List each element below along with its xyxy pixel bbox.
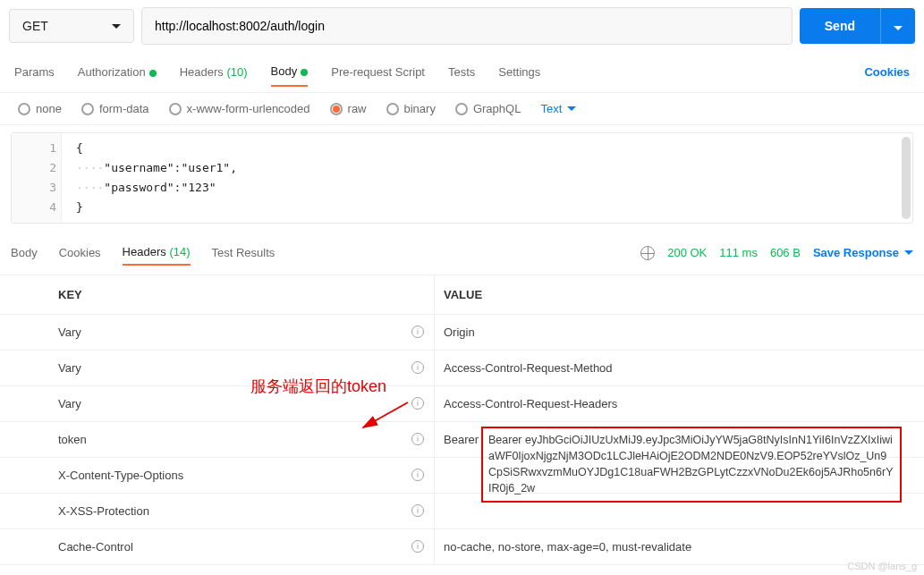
body-type-none[interactable]: none	[18, 102, 62, 115]
http-method-value: GET	[22, 19, 48, 33]
radio-icon	[169, 103, 182, 115]
header-key: X-XSS-Protection	[0, 494, 434, 528]
status-dot-icon	[301, 69, 308, 76]
resp-tab-headers[interactable]: Headers (14)	[123, 240, 191, 266]
col-key: KEY	[0, 275, 434, 314]
resp-tab-body[interactable]: Body	[11, 241, 38, 265]
response-time: 111 ms	[719, 246, 758, 259]
chevron-down-icon	[112, 24, 121, 29]
tab-params[interactable]: Params	[14, 58, 55, 86]
send-dropdown-button[interactable]	[880, 8, 915, 44]
body-editor[interactable]: 1{2····"username":"user1",3····"password…	[11, 132, 913, 224]
cookies-link[interactable]: Cookies	[864, 65, 910, 79]
radio-icon	[18, 103, 30, 115]
header-key: X-Content-Type-Options	[0, 458, 434, 493]
col-value: VALUE	[434, 275, 924, 314]
radio-icon	[386, 103, 399, 115]
tab-tests[interactable]: Tests	[448, 58, 475, 86]
tab-headers[interactable]: Headers (10)	[180, 58, 248, 86]
body-type-xform[interactable]: x-www-form-urlencoded	[169, 102, 310, 115]
watermark: CSDN @lans_g	[847, 561, 917, 565]
response-size: 606 B	[770, 246, 801, 259]
headers-table-head: KEY VALUE	[0, 275, 924, 315]
token-highlight-box: Bearer eyJhbGciOiJIUzUxMiJ9.eyJpc3MiOiJy…	[481, 427, 902, 503]
table-row: VaryiOrigin	[0, 315, 924, 351]
resp-tab-cookies[interactable]: Cookies	[59, 241, 101, 265]
body-type-raw[interactable]: raw	[330, 102, 367, 115]
chevron-down-icon	[904, 250, 913, 255]
tab-prerequest[interactable]: Pre-request Script	[331, 58, 425, 86]
info-icon[interactable]: i	[411, 504, 424, 517]
body-type-formdata[interactable]: form-data	[81, 102, 149, 115]
radio-icon	[330, 103, 343, 115]
body-type-binary[interactable]: binary	[386, 102, 436, 115]
header-key: Vary	[0, 315, 434, 350]
chevron-down-icon	[894, 26, 903, 30]
resp-tab-testresults[interactable]: Test Results	[212, 241, 276, 265]
header-value: iOrigin	[434, 315, 924, 350]
info-icon[interactable]: i	[411, 540, 424, 553]
table-row: Cache-Controlino-cache, no-store, max-ag…	[0, 529, 924, 565]
header-value: iAccess-Control-Request-Headers	[434, 386, 924, 421]
header-key: Cache-Control	[0, 529, 434, 564]
body-mode-select[interactable]: Text	[540, 102, 576, 115]
scrollbar[interactable]	[902, 137, 911, 219]
table-row: VaryiAccess-Control-Request-Method	[0, 351, 924, 386]
header-key: token	[0, 422, 434, 457]
globe-icon[interactable]	[640, 246, 655, 260]
header-key: Vary	[0, 386, 434, 421]
info-icon[interactable]: i	[411, 433, 424, 445]
send-button[interactable]: Send	[800, 8, 880, 44]
chevron-down-icon	[567, 106, 576, 111]
info-icon[interactable]: i	[411, 326, 424, 338]
body-type-graphql[interactable]: GraphQL	[455, 102, 521, 115]
status-code: 200 OK	[667, 246, 707, 259]
info-icon[interactable]: i	[411, 469, 424, 481]
table-row: VaryiAccess-Control-Request-Headers	[0, 386, 924, 422]
code-content: 1{2····"username":"user1",3····"password…	[12, 133, 912, 223]
url-input[interactable]	[141, 7, 793, 45]
tab-body[interactable]: Body	[271, 57, 309, 87]
http-method-select[interactable]: GET	[9, 9, 134, 43]
tab-authorization[interactable]: Authorization	[78, 58, 157, 86]
save-response-button[interactable]: Save Response	[813, 246, 913, 259]
header-key: Vary	[0, 351, 434, 385]
info-icon[interactable]: i	[411, 397, 424, 410]
header-value: ino-cache, no-store, max-age=0, must-rev…	[434, 529, 924, 564]
info-icon[interactable]: i	[411, 361, 424, 374]
radio-icon	[455, 103, 468, 115]
radio-icon	[81, 103, 94, 115]
status-dot-icon	[149, 70, 157, 77]
tab-settings[interactable]: Settings	[498, 58, 540, 86]
header-value: iAccess-Control-Request-Method	[434, 351, 924, 385]
